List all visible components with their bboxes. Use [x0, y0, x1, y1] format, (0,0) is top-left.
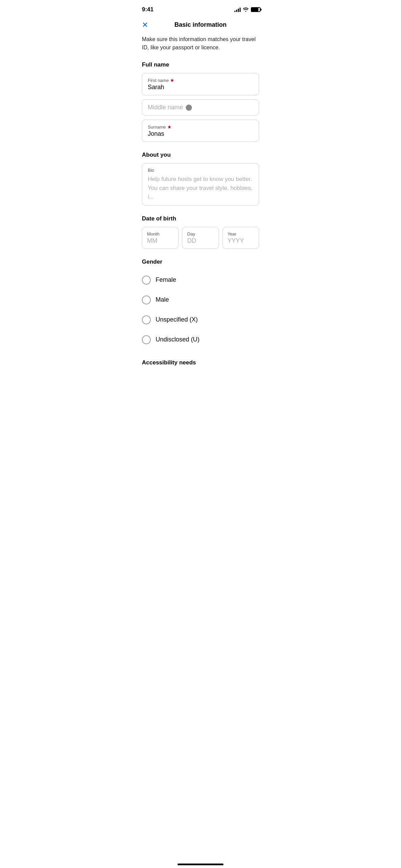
dob-row: Month MM Day DD Year YYYY	[142, 227, 259, 249]
status-icons	[234, 7, 260, 13]
day-label: Day	[187, 231, 214, 237]
gender-undisclosed-label: Undisclosed (U)	[156, 336, 199, 343]
surname-label: Surname ★	[148, 124, 253, 130]
surname-group: Surname ★ Jonas	[142, 120, 259, 142]
gender-label: Gender	[142, 258, 259, 265]
surname-value: Jonas	[148, 130, 253, 137]
year-field[interactable]: Year YYYY	[222, 227, 259, 249]
gender-options: Female Male Unspecified (X) Undisclosed …	[142, 270, 259, 350]
year-placeholder: YYYY	[228, 237, 254, 244]
gender-section: Gender Female Male Unspecified (X) Undis…	[142, 258, 259, 350]
bio-placeholder: Help future hosts get to know you better…	[148, 175, 253, 201]
wifi-icon	[243, 7, 249, 13]
month-field[interactable]: Month MM	[142, 227, 179, 249]
middle-name-field[interactable]: Middle name	[142, 99, 259, 116]
gender-option-unspecified[interactable]: Unspecified (X)	[142, 310, 259, 330]
about-you-label: About you	[142, 152, 259, 158]
signal-bars-icon	[234, 7, 241, 12]
close-button[interactable]: ✕	[141, 20, 149, 30]
gender-option-undisclosed[interactable]: Undisclosed (U)	[142, 330, 259, 350]
surname-required-indicator: ★	[167, 124, 172, 130]
page-title: Basic information	[174, 21, 227, 28]
first-name-group: First name ★ Sarah	[142, 73, 259, 95]
subtitle-text: Make sure this information matches your …	[142, 35, 259, 52]
middle-name-cursor-indicator	[186, 105, 192, 111]
date-of-birth-label: Date of birth	[142, 215, 259, 222]
first-name-value: Sarah	[148, 84, 253, 91]
bio-field[interactable]: Bio Help future hosts get to know you be…	[142, 163, 259, 206]
radio-circle-unspecified	[142, 315, 151, 324]
status-time: 9:41	[142, 6, 154, 13]
battery-icon	[251, 7, 260, 12]
main-content: Make sure this information matches your …	[134, 33, 267, 385]
date-of-birth-section: Date of birth Month MM Day DD Year YYYY	[142, 215, 259, 249]
year-label: Year	[228, 231, 254, 237]
accessibility-needs-label: Accessibility needs	[142, 359, 259, 366]
required-indicator: ★	[170, 77, 174, 83]
bio-label: Bio	[148, 168, 253, 173]
full-name-section: Full name First name ★ Sarah Middle name	[142, 61, 259, 142]
gender-unspecified-label: Unspecified (X)	[156, 316, 198, 323]
first-name-field[interactable]: First name ★ Sarah	[142, 73, 259, 95]
radio-circle-female	[142, 276, 151, 285]
accessibility-needs-section: Accessibility needs	[142, 359, 259, 366]
status-bar: 9:41	[134, 0, 267, 17]
month-placeholder: MM	[147, 237, 173, 244]
full-name-label: Full name	[142, 61, 259, 68]
gender-male-label: Male	[156, 296, 169, 303]
radio-circle-male	[142, 296, 151, 304]
page-header: ✕ Basic information	[134, 17, 267, 33]
close-icon: ✕	[142, 21, 148, 29]
gender-option-male[interactable]: Male	[142, 290, 259, 310]
month-label: Month	[147, 231, 173, 237]
radio-circle-undisclosed	[142, 335, 151, 344]
about-you-section: About you Bio Help future hosts get to k…	[142, 152, 259, 206]
gender-option-female[interactable]: Female	[142, 270, 259, 290]
gender-female-label: Female	[156, 276, 176, 284]
day-field[interactable]: Day DD	[182, 227, 219, 249]
first-name-label: First name ★	[148, 77, 253, 83]
middle-name-group: Middle name	[142, 99, 259, 116]
day-placeholder: DD	[187, 237, 214, 244]
surname-field[interactable]: Surname ★ Jonas	[142, 120, 259, 142]
middle-name-placeholder: Middle name	[148, 104, 183, 111]
